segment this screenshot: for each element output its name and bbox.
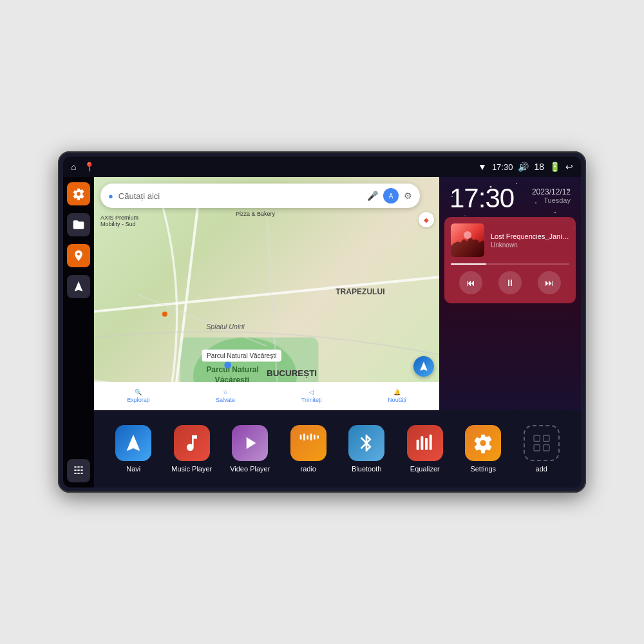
clock-display: 17:30 <box>450 185 514 212</box>
music-section: Lost Frequencies_Janie... Unknown ⏮ ⏸ ⏭ <box>444 217 576 303</box>
home-icon[interactable]: ⌂ <box>71 162 76 172</box>
svg-rect-39 <box>317 435 319 439</box>
sidebar-item-settings[interactable] <box>67 182 90 205</box>
svg-text:Parcul Natural Văcărești: Parcul Natural Văcărești <box>207 352 276 359</box>
video-player-label: Video Player <box>230 465 270 473</box>
svg-rect-42 <box>425 438 428 450</box>
map-explore-button[interactable]: 🔍 Explorați <box>127 389 149 403</box>
map-pin-icon[interactable]: 📍 <box>84 162 95 172</box>
map-settings-icon[interactable]: ⚙ <box>404 191 412 201</box>
music-progress-bar[interactable] <box>451 263 569 265</box>
sidebar-item-files[interactable] <box>67 213 90 236</box>
app-music-player[interactable]: Music Player <box>169 425 214 473</box>
app-add[interactable]: add <box>519 425 564 473</box>
sidebar-item-apps[interactable] <box>67 459 90 482</box>
back-icon[interactable]: ↩ <box>565 162 573 172</box>
music-pause-button[interactable]: ⏸ <box>498 271 522 294</box>
status-bar: ⌂ 📍 ▼ 17:30 🔊 18 🔋 ↩ <box>63 156 581 177</box>
svg-rect-36 <box>307 435 308 440</box>
wifi-icon: ▼ <box>478 162 487 172</box>
map-navigate-fab[interactable] <box>413 356 434 377</box>
video-player-icon <box>232 425 268 461</box>
svg-rect-34 <box>299 435 301 440</box>
sidebar <box>63 177 94 488</box>
map-compass[interactable]: ◆ <box>419 212 434 227</box>
bluetooth-icon <box>348 425 384 461</box>
svg-text:Parcul Natural: Parcul Natural <box>206 365 259 374</box>
album-art <box>451 223 484 257</box>
car-display: ⌂ 📍 ▼ 17:30 🔊 18 🔋 ↩ <box>58 151 586 493</box>
battery-level: 18 <box>534 162 544 172</box>
settings-label: Settings <box>470 465 496 473</box>
sidebar-item-maps[interactable] <box>67 244 90 267</box>
svg-text:Splaiul Unirii: Splaiul Unirii <box>206 323 245 330</box>
app-equalizer[interactable]: Equalizer <box>402 425 448 473</box>
map-search-text[interactable]: Căutați aici <box>118 191 362 201</box>
svg-rect-43 <box>429 435 431 450</box>
app-settings[interactable]: Settings <box>460 425 506 473</box>
svg-rect-46 <box>534 445 540 451</box>
svg-point-21 <box>162 312 167 317</box>
microphone-icon[interactable]: 🎤 <box>367 191 378 201</box>
music-player-label: Music Player <box>171 465 212 473</box>
map-share-button[interactable]: ◁ Trimiteți <box>301 389 322 403</box>
equalizer-icon <box>407 425 443 461</box>
music-player-icon <box>174 425 210 461</box>
clock-weekday: Tuesday <box>532 196 571 204</box>
app-video-player[interactable]: Video Player <box>227 425 272 473</box>
bluetooth-label: Bluetooth <box>352 465 381 473</box>
top-section: TRAPEZULUI BUCUREȘTI BUCUREȘTI SECTORUL … <box>94 177 581 410</box>
music-text: Lost Frequencies_Janie... Unknown <box>491 232 569 249</box>
clock-section: 17:30 2023/12/12 Tuesday <box>439 177 581 217</box>
settings-app-icon <box>465 425 501 461</box>
svg-text:TRAPEZULUI: TRAPEZULUI <box>336 287 384 296</box>
music-next-button[interactable]: ⏭ <box>538 271 561 294</box>
radio-label: radio <box>301 465 316 473</box>
music-artist: Unknown <box>491 242 569 249</box>
svg-rect-44 <box>534 435 540 441</box>
sidebar-item-navigation[interactable] <box>67 275 90 298</box>
media-panel: 17:30 2023/12/12 Tuesday <box>439 177 581 410</box>
map-saved-button[interactable]: ☆ Salvate <box>216 389 235 403</box>
radio-icon <box>290 425 327 461</box>
svg-text:BUCUREȘTI: BUCUREȘTI <box>267 368 317 378</box>
svg-rect-37 <box>310 433 312 440</box>
user-avatar[interactable]: A <box>383 188 399 204</box>
music-controls: ⏮ ⏸ ⏭ <box>451 269 569 297</box>
app-navi[interactable]: Navi <box>111 425 156 473</box>
map-news-button[interactable]: 🔔 Noutăți <box>388 389 406 403</box>
main-area: TRAPEZULUI BUCUREȘTI BUCUREȘTI SECTORUL … <box>63 177 581 488</box>
music-title: Lost Frequencies_Janie... <box>491 232 569 240</box>
map-search-bar[interactable]: ● Căutați aici 🎤 A ⚙ <box>100 184 420 208</box>
map-roads-svg: TRAPEZULUI BUCUREȘTI BUCUREȘTI SECTORUL … <box>94 208 439 410</box>
svg-rect-40 <box>416 440 419 450</box>
screen: ⌂ 📍 ▼ 17:30 🔊 18 🔋 ↩ <box>63 156 581 488</box>
volume-icon: 🔊 <box>518 162 529 172</box>
map-area[interactable]: TRAPEZULUI BUCUREȘTI BUCUREȘTI SECTORUL … <box>94 177 439 410</box>
music-progress-fill <box>451 263 486 265</box>
google-maps-icon: ● <box>108 191 113 201</box>
clock-year-date: 2023/12/12 <box>532 187 571 196</box>
app-bluetooth[interactable]: Bluetooth <box>344 425 389 473</box>
navi-icon <box>115 425 151 461</box>
svg-line-2 <box>94 277 439 312</box>
svg-rect-38 <box>314 435 316 440</box>
svg-point-33 <box>464 231 471 239</box>
svg-rect-41 <box>421 436 423 450</box>
equalizer-label: Equalizer <box>410 465 440 473</box>
svg-rect-35 <box>303 433 305 440</box>
svg-point-17 <box>224 362 231 369</box>
content-area: TRAPEZULUI BUCUREȘTI BUCUREȘTI SECTORUL … <box>94 177 581 488</box>
add-icon <box>524 425 560 461</box>
app-radio[interactable]: radio <box>286 425 331 473</box>
music-prev-button[interactable]: ⏮ <box>459 271 482 294</box>
navi-label: Navi <box>126 465 140 473</box>
music-info: Lost Frequencies_Janie... Unknown <box>451 223 569 257</box>
battery-icon: 🔋 <box>549 162 560 172</box>
add-label: add <box>536 465 547 473</box>
status-time: 17:30 <box>492 162 513 172</box>
clock-date: 2023/12/12 Tuesday <box>532 185 571 204</box>
map-background: TRAPEZULUI BUCUREȘTI BUCUREȘTI SECTORUL … <box>94 177 439 410</box>
app-grid: Navi Music Player Video Pl <box>94 410 581 488</box>
map-bottom-bar: 🔍 Explorați ☆ Salvate ◁ Trimiteți <box>94 382 439 410</box>
